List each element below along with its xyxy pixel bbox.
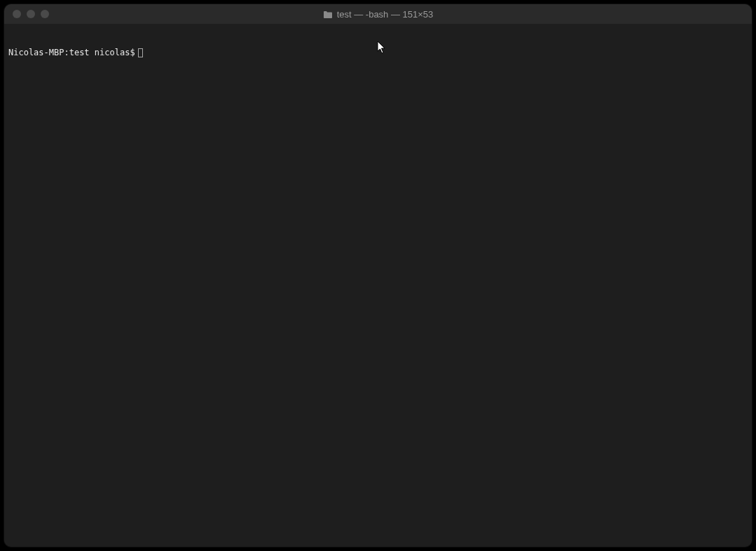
- window-title-content: test — -bash — 151×53: [4, 4, 752, 24]
- terminal-window: test — -bash — 151×53 Nicolas-MBP:test n…: [4, 4, 752, 547]
- window-titlebar[interactable]: test — -bash — 151×53: [4, 4, 752, 24]
- prompt-line: Nicolas-MBP:test nicolas$: [8, 48, 748, 58]
- text-cursor: [138, 48, 143, 57]
- shell-prompt: Nicolas-MBP:test nicolas$: [8, 48, 135, 58]
- terminal-body[interactable]: Nicolas-MBP:test nicolas$: [4, 24, 752, 547]
- traffic-lights: [4, 10, 49, 18]
- window-title: test — -bash — 151×53: [337, 9, 434, 20]
- minimize-button[interactable]: [27, 10, 35, 18]
- close-button[interactable]: [13, 10, 21, 18]
- maximize-button[interactable]: [41, 10, 49, 18]
- folder-icon: [323, 11, 333, 18]
